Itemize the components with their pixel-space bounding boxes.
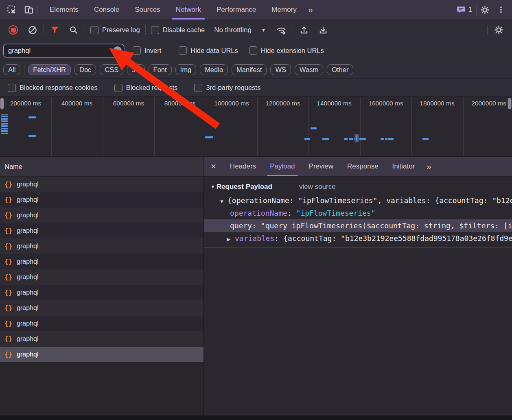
payload-line[interactable]: query: "query ipFlowTimeseries($accountT… [204,219,512,232]
timeline-gridline [309,97,309,156]
blocked-response-cookies-checkbox[interactable]: Blocked response cookies [5,84,100,92]
filter-chip-all[interactable]: All [3,64,20,75]
preserve-log-label: Preserve log [102,26,140,34]
timeline-label: 2000000 ms [471,100,506,107]
view-source-link[interactable]: view source [299,183,336,191]
table-row[interactable]: {}graphql [0,192,203,208]
timeline-bar [28,135,36,137]
clear-network-log-button[interactable] [24,26,41,35]
close-details-icon[interactable]: × [204,161,223,172]
tab-console[interactable]: Console [86,0,127,20]
filter-chip-js[interactable]: JS [127,64,144,75]
timeline-gridline [360,97,361,156]
payload-line[interactable]: ▼{operationName: "ipFlowTimeseries", var… [204,194,512,207]
panel-settings-gear-icon[interactable] [490,25,507,35]
checkbox-box[interactable] [8,84,16,92]
table-row[interactable]: {}graphql [0,316,203,331]
inspect-element-button[interactable] [3,5,20,15]
import-har-icon[interactable] [296,26,312,35]
hide-extension-urls-checkbox[interactable]: Hide extension URLs [247,46,326,55]
filter-chip-ws[interactable]: WS [270,64,291,75]
details-tab-payload[interactable]: Payload [263,157,302,176]
network-conditions-icon[interactable] [273,26,290,35]
details-tab-initiator[interactable]: Initiator [385,157,422,176]
clear-filter-icon[interactable]: × [113,46,122,55]
checkbox-box[interactable] [249,46,257,55]
blocked-requests-checkbox[interactable]: Blocked requests [112,84,180,92]
payload-plain-segment: {operationName: "ipFlowTimeseries", vari… [228,196,512,205]
filter-funnel-icon[interactable] [47,26,63,34]
menu-kebab-icon[interactable] [493,5,509,14]
disable-cache-checkbox[interactable]: Disable cache [149,26,208,34]
timeline-bar [344,138,348,140]
filter-chip-css[interactable]: CSS [100,64,123,75]
hide-data-urls-checkbox[interactable]: Hide data URLs [176,46,240,55]
invert-label: Invert [144,47,161,55]
table-row[interactable]: {}graphql [0,300,203,316]
divider [145,25,146,35]
payload-line[interactable]: ▶variables: {accountTag: "b12e3b2192ee55… [204,232,512,245]
preserve-log-checkbox[interactable]: Preserve log [88,26,142,34]
table-row[interactable]: {}graphql [0,254,203,269]
filter-chip-doc[interactable]: Doc [74,64,96,75]
checkbox-box[interactable] [151,26,159,34]
divider [85,25,85,35]
device-toolbar-button[interactable] [20,5,37,15]
filter-input[interactable] [3,44,124,57]
name-column-header[interactable]: Name [0,157,203,177]
filter-chip-media[interactable]: Media [200,64,228,75]
timeline-bar [1,116,8,117]
timeline-bar [422,138,429,140]
network-toolbar: Preserve log Disable cache No throttling… [0,20,512,40]
caret-right-icon[interactable]: ▶ [227,233,235,245]
main-tabs: ElementsConsoleSourcesNetworkPerformance… [42,0,304,20]
tab-performance[interactable]: Performance [209,0,264,20]
timeline-left-handle-icon[interactable] [0,98,4,109]
filter-chip-font[interactable]: Font [149,64,172,75]
table-row[interactable]: {}graphql [0,331,203,347]
timeline-right-handle-icon[interactable] [508,98,512,109]
tab-network[interactable]: Network [168,0,209,20]
filter-chip-wasm[interactable]: Wasm [295,64,323,75]
filter-chip-other[interactable]: Other [327,64,353,75]
blocked-requests-label: Blocked requests [126,84,178,92]
checkbox-box[interactable] [90,26,98,34]
checkbox-box[interactable] [179,46,187,55]
checkbox-box[interactable] [194,84,202,92]
json-braces-icon: {} [4,335,13,343]
table-row[interactable]: {}graphql [0,177,203,192]
timeline-overview[interactable]: 200000 ms400000 ms600000 ms800000 ms1000… [0,97,512,157]
checkbox-box[interactable] [114,84,123,92]
more-panels-icon[interactable]: » [304,5,316,15]
issues-button[interactable]: 1 [453,6,476,14]
table-row[interactable]: {}graphql [0,238,203,254]
filter-chip-fetch-xhr[interactable]: Fetch/XHR [28,64,71,75]
throttling-dropdown[interactable]: No throttling ▼ [210,26,270,34]
details-tab-response[interactable]: Response [340,157,385,176]
search-icon[interactable] [66,26,82,35]
details-tab-headers[interactable]: Headers [223,157,263,176]
table-row[interactable]: {}graphql [0,223,203,238]
section-caret-icon[interactable]: ▼ [210,184,215,190]
details-overflow-icon[interactable]: » [422,162,435,171]
divider [24,65,24,75]
payload-line[interactable]: operationName: "ipFlowTimeseries" [204,207,512,219]
tab-memory[interactable]: Memory [264,0,304,20]
tab-elements[interactable]: Elements [42,0,86,20]
details-tab-preview[interactable]: Preview [302,157,340,176]
filter-chip-manifest[interactable]: Manifest [232,64,267,75]
settings-gear-icon[interactable] [477,5,493,15]
record-network-log-button[interactable] [5,25,22,35]
table-row[interactable]: {}graphql [0,347,203,362]
table-row[interactable]: {}graphql [0,208,203,223]
3rd-party-requests-checkbox[interactable]: 3rd-party requests [192,84,263,92]
caret-down-icon[interactable]: ▼ [219,195,228,207]
request-name: graphql [17,273,38,281]
tab-sources[interactable]: Sources [127,0,168,20]
filter-chip-img[interactable]: Img [175,64,197,75]
checkbox-box[interactable] [133,46,141,55]
invert-checkbox[interactable]: Invert [130,46,164,55]
table-row[interactable]: {}graphql [0,285,203,300]
table-row[interactable]: {}graphql [0,269,203,285]
export-har-icon[interactable] [315,26,331,35]
